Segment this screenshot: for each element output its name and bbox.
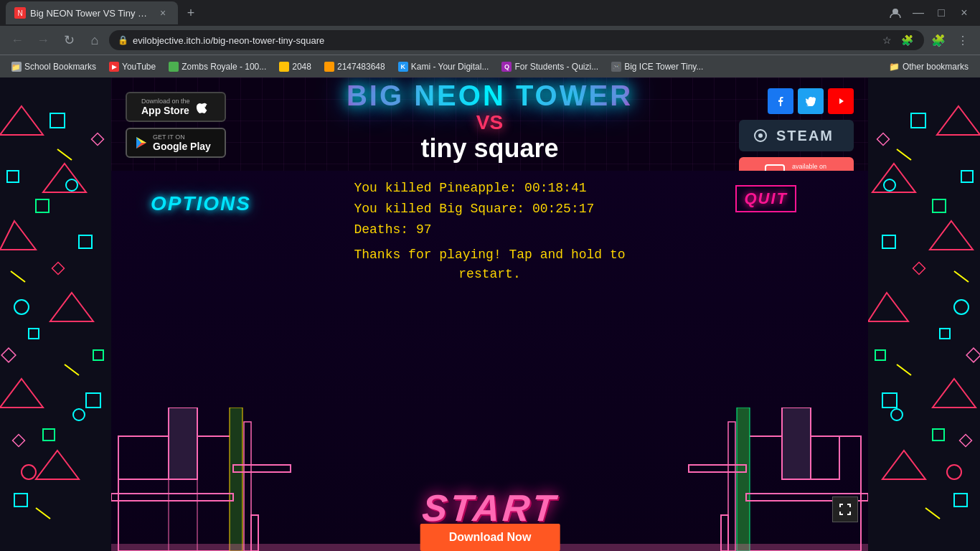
bookmarks-bar: 📁 School Bookmarks ▶ YouTube Zombs Royal… <box>0 55 980 77</box>
svg-marker-2 <box>43 164 86 192</box>
tab-title: Big NEON Tower VS Tiny Squ... <box>30 8 152 19</box>
bookmark-favicon: 🎮 <box>611 62 621 72</box>
bookmark-kami[interactable]: K Kami - Your Digital... <box>392 60 495 73</box>
game-area: Download on the App Store G <box>111 77 868 551</box>
fullscreen-button[interactable] <box>832 496 858 522</box>
start-button[interactable]: START <box>422 486 557 529</box>
other-bookmarks-button[interactable]: 📁 Other bookmarks <box>883 60 974 73</box>
svg-point-48 <box>954 300 969 314</box>
bookmarks-right: 📁 Other bookmarks <box>883 60 974 73</box>
close-window-button[interactable]: × <box>954 3 974 23</box>
svg-point-22 <box>73 409 85 420</box>
svg-marker-5 <box>0 379 43 408</box>
left-decoration <box>0 77 111 551</box>
svg-marker-31 <box>868 293 908 321</box>
address-bar-right: ☆ 🧩 <box>878 32 915 49</box>
bookmark-youtube[interactable]: ▶ YouTube <box>103 60 161 73</box>
svg-rect-37 <box>940 329 950 339</box>
svg-line-43 <box>897 149 911 160</box>
bookmark-2147[interactable]: 2147483648 <box>319 60 391 73</box>
url-display: evilobjective.itch.io/big-neon-tower-tin… <box>133 35 874 46</box>
bookmark-star-icon[interactable]: ☆ <box>878 32 895 49</box>
new-tab-button[interactable]: + <box>181 3 201 23</box>
bookmark-label: YouTube <box>122 62 156 72</box>
download-button[interactable]: Download Now <box>420 524 560 551</box>
home-button[interactable]: ⌂ <box>83 29 106 52</box>
steam-button[interactable]: STEAM <box>739 120 854 151</box>
options-button[interactable]: OPTIONS <box>151 192 251 215</box>
address-bar-row: ← → ↻ ⌂ 🔒 evilobjective.itch.io/big-neon… <box>0 26 980 55</box>
minimize-button[interactable]: — <box>908 3 928 23</box>
svg-line-16 <box>57 149 72 160</box>
download-button-area: Download Now <box>420 524 560 551</box>
bookmark-label: 2048 <box>292 62 311 72</box>
extensions-button[interactable]: 🧩 <box>927 29 950 52</box>
profile-button[interactable] <box>885 3 905 23</box>
svg-rect-8 <box>7 171 19 182</box>
app-store-button[interactable]: Download on the App Store <box>126 92 226 122</box>
stat-line-3: Deaths: 97 <box>354 220 625 240</box>
menu-button[interactable]: ⋮ <box>951 29 974 52</box>
svg-rect-68 <box>244 422 251 551</box>
app-store-text: Download on the App Store <box>141 98 190 116</box>
bookmark-label: Big ICE Tower Tiny... <box>624 62 703 72</box>
svg-rect-69 <box>111 494 233 501</box>
maximize-button[interactable]: □ <box>931 3 951 23</box>
google-play-button[interactable]: GET IT ON Google Play <box>126 128 226 158</box>
svg-marker-1 <box>0 106 43 135</box>
start-text: START <box>420 486 560 529</box>
thanks-text: Thanks for playing! Tap and hold toresta… <box>354 245 625 284</box>
platform-top-row <box>739 88 854 114</box>
svg-line-18 <box>65 364 79 375</box>
svg-rect-74 <box>782 408 811 479</box>
tab-favicon: N <box>14 7 26 19</box>
svg-marker-59 <box>839 98 844 104</box>
play-logo <box>136 136 147 149</box>
bookmark-2048[interactable]: 2048 <box>273 60 317 73</box>
svg-rect-26 <box>52 263 65 275</box>
bookmark-label: Zombs Royale - 100... <box>182 62 266 72</box>
active-tab[interactable]: N Big NEON Tower VS Tiny Squ... × <box>6 1 178 24</box>
twitter-icon[interactable] <box>798 88 824 114</box>
svg-rect-54 <box>960 435 972 447</box>
svg-rect-35 <box>961 171 973 182</box>
extension-icon[interactable]: 🧩 <box>898 32 915 49</box>
game-content: OPTIONS You killed Pineapple: 00:18:41 Y… <box>111 171 868 551</box>
svg-marker-32 <box>933 379 976 408</box>
bookmark-zombs[interactable]: Zombs Royale - 100... <box>163 60 272 73</box>
fullscreen-icon <box>838 502 852 517</box>
security-lock-icon: 🔒 <box>118 35 128 45</box>
svg-point-47 <box>884 179 895 191</box>
svg-marker-4 <box>50 293 93 321</box>
bookmark-school[interactable]: 📁 School Bookmarks <box>6 60 102 73</box>
quit-button[interactable]: QUIT <box>735 185 796 212</box>
tab-bar-right: — □ × <box>885 3 974 23</box>
game-header: Download on the App Store G <box>111 77 868 171</box>
svg-point-49 <box>891 409 903 420</box>
svg-rect-9 <box>79 235 92 248</box>
tab-close-button[interactable]: × <box>156 6 169 19</box>
bookmark-quizi[interactable]: Q For Students - Quizi... <box>496 60 604 73</box>
other-bookmarks-label: Other bookmarks <box>903 62 969 72</box>
game-title-area: BIG NEON TOWER VS tiny square <box>311 81 669 161</box>
facebook-icon[interactable] <box>768 88 793 114</box>
forward-button[interactable]: → <box>32 29 55 52</box>
steam-label: STEAM <box>776 128 834 144</box>
address-bar[interactable]: 🔒 evilobjective.itch.io/big-neon-tower-t… <box>109 30 924 50</box>
back-button[interactable]: ← <box>6 29 29 52</box>
svg-rect-76 <box>728 422 735 551</box>
youtube-icon[interactable] <box>828 88 854 114</box>
refresh-button[interactable]: ↻ <box>57 29 80 52</box>
svg-rect-51 <box>877 133 890 146</box>
bookmark-ice-tower[interactable]: 🎮 Big ICE Tower Tiny... <box>606 60 709 73</box>
svg-point-23 <box>22 465 36 479</box>
svg-line-17 <box>11 271 25 282</box>
game-title-line1: BIG NEON TOWER <box>311 81 669 110</box>
svg-line-19 <box>36 508 50 519</box>
svg-rect-27 <box>13 435 25 447</box>
svg-rect-41 <box>875 350 885 360</box>
svg-rect-64 <box>118 436 169 479</box>
svg-rect-7 <box>50 113 65 128</box>
tab-bar: N Big NEON Tower VS Tiny Squ... × + — □ … <box>0 0 980 26</box>
svg-point-50 <box>947 465 961 479</box>
